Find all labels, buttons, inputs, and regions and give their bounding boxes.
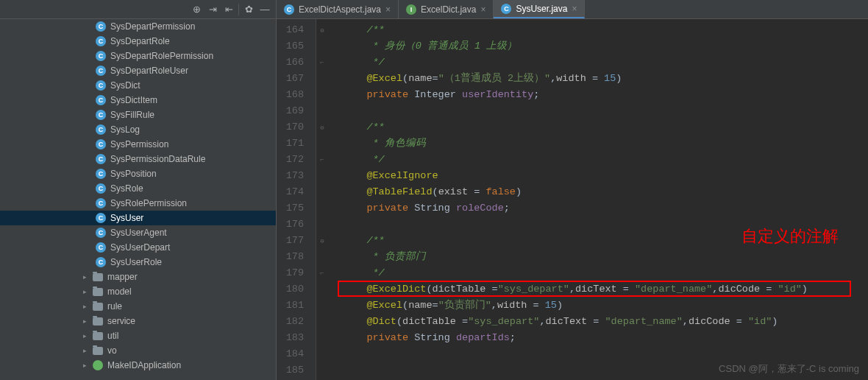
project-tree[interactable]: CSysDepartPermissionCSysDepartRoleCSysDe…	[0, 19, 277, 380]
code-line[interactable]: /**	[343, 233, 868, 249]
folder-icon	[93, 273, 103, 281]
code-line[interactable]: */	[343, 54, 868, 71]
tree-item-model[interactable]: ▸model	[0, 284, 276, 299]
fold-mark[interactable]: ⌐	[316, 54, 328, 71]
line-number: 170	[277, 119, 316, 136]
hide-icon[interactable]: —	[258, 3, 271, 16]
class-icon: C	[96, 183, 106, 194]
code-editor[interactable]: 1641651661671681691701711721731741751761…	[277, 19, 868, 380]
tree-item-SysPermission[interactable]: CSysPermission	[0, 137, 276, 152]
tree-item-label: SysDepartRoleUser	[110, 66, 188, 76]
tree-item-SysDepartRoleUser[interactable]: CSysDepartRoleUser	[0, 63, 276, 78]
code-line[interactable]: * 负责部门	[343, 249, 868, 265]
code-line[interactable]: /**	[343, 22, 868, 38]
line-number: 174	[277, 184, 316, 200]
fold-mark	[316, 281, 328, 298]
fold-mark	[316, 200, 328, 217]
tree-item-SysPermissionDataRule[interactable]: CSysPermissionDataRule	[0, 152, 276, 166]
tree-item-SysDepartRolePermission[interactable]: CSysDepartRolePermission	[0, 49, 276, 63]
folder-icon	[93, 303, 103, 311]
line-number: 184	[277, 346, 316, 362]
tree-item-label: service	[107, 316, 135, 326]
tree-item-SysFillRule[interactable]: CSysFillRule	[0, 108, 276, 122]
close-icon[interactable]: ×	[480, 4, 485, 15]
expand-all-icon[interactable]: ⇥	[206, 3, 219, 16]
tree-item-util[interactable]: ▸util	[0, 328, 276, 343]
fold-mark	[316, 362, 328, 379]
code-line[interactable]: @Dict(dictTable ="sys_depart",dicText = …	[343, 314, 868, 330]
close-icon[interactable]: ×	[385, 4, 391, 15]
class-icon: C	[96, 110, 106, 120]
chevron-right-icon[interactable]: ▸	[81, 317, 88, 325]
fold-column[interactable]: ⊖⌐⊖⌐⊖⌐	[316, 19, 328, 380]
code-line[interactable]: */	[343, 152, 868, 168]
fold-mark[interactable]: ⊖	[316, 22, 328, 38]
tree-item-SysRole[interactable]: CSysRole	[0, 181, 276, 196]
chevron-right-icon[interactable]: ▸	[81, 288, 88, 295]
line-number: 183	[277, 330, 316, 346]
tree-item-label: SysDepartRole	[110, 36, 170, 46]
tree-item-service[interactable]: ▸service	[0, 314, 276, 328]
tree-item-SysUser[interactable]: CSysUser	[0, 211, 276, 225]
tree-item-label: SysDict	[110, 80, 140, 91]
line-number: 172	[277, 152, 316, 168]
tree-item-vo[interactable]: ▸vo	[0, 343, 276, 358]
fold-mark	[316, 87, 328, 103]
fold-mark	[316, 103, 328, 119]
code-line[interactable]: * 身份（0 普通成员 1 上级）	[343, 38, 868, 54]
code-line[interactable]	[343, 217, 868, 233]
tree-item-SysDepartPermission[interactable]: CSysDepartPermission	[0, 19, 276, 34]
tree-item-MakeIDApplication[interactable]: ▸MakeIDApplication	[0, 358, 276, 373]
class-icon: C	[96, 257, 106, 267]
tree-item-label: vo	[107, 345, 117, 356]
target-icon[interactable]: ⊕	[190, 3, 203, 16]
code-line[interactable]: @ExcelIgnore	[343, 168, 868, 184]
code-line[interactable]: @Excel(name="负责部门",width = 15)	[343, 298, 868, 314]
tree-item-label: SysDepartRolePermission	[110, 51, 213, 61]
tree-item-mapper[interactable]: ▸mapper	[0, 270, 276, 284]
close-icon[interactable]: ×	[572, 4, 577, 14]
fold-mark[interactable]: ⊖	[316, 233, 328, 249]
tab-ExcelDict-java[interactable]: IExcelDict.java×	[399, 0, 494, 18]
tree-item-label: SysRole	[110, 183, 143, 194]
line-number: 168	[277, 87, 316, 103]
gear-icon[interactable]: ✿	[242, 3, 255, 16]
tab-ExcelDictAspect-java[interactable]: CExcelDictAspect.java×	[277, 0, 399, 18]
tree-item-SysDepartRole[interactable]: CSysDepartRole	[0, 34, 276, 49]
fold-mark	[316, 298, 328, 314]
tree-item-SysUserDepart[interactable]: CSysUserDepart	[0, 240, 276, 255]
code-line[interactable]	[343, 362, 868, 379]
tree-item-SysRolePermission[interactable]: CSysRolePermission	[0, 196, 276, 211]
tree-item-SysUserRole[interactable]: CSysUserRole	[0, 255, 276, 270]
tree-item-SysUserAgent[interactable]: CSysUserAgent	[0, 225, 276, 240]
code-line[interactable]: /**	[343, 119, 868, 136]
collapse-all-icon[interactable]: ⇤	[222, 3, 235, 16]
fold-mark[interactable]: ⊖	[316, 119, 328, 136]
code-line[interactable]: private String roleCode;	[343, 200, 868, 217]
chevron-right-icon[interactable]: ▸	[81, 347, 88, 354]
code-line[interactable]: private Integer userIdentity;	[343, 87, 868, 103]
tree-item-SysLog[interactable]: CSysLog	[0, 122, 276, 137]
fold-mark[interactable]: ⌐	[316, 265, 328, 281]
code-area[interactable]: /** * 身份（0 普通成员 1 上级） */ @Excel(name="（1…	[328, 19, 868, 380]
tree-item-SysDictItem[interactable]: CSysDictItem	[0, 93, 276, 108]
code-line[interactable]: */	[343, 265, 868, 281]
fold-mark	[316, 249, 328, 265]
tab-SysUser-java[interactable]: CSysUser.java×	[494, 0, 585, 18]
fold-mark[interactable]: ⌐	[316, 152, 328, 168]
code-line[interactable]: * 角色编码	[343, 136, 868, 152]
tree-item-SysPosition[interactable]: CSysPosition	[0, 166, 276, 181]
chevron-right-icon[interactable]: ▸	[81, 362, 88, 369]
chevron-right-icon[interactable]: ▸	[81, 332, 88, 339]
tree-item-SysDict[interactable]: CSysDict	[0, 78, 276, 93]
chevron-right-icon[interactable]: ▸	[81, 273, 88, 281]
code-line[interactable]	[343, 346, 868, 362]
chevron-right-icon[interactable]: ▸	[81, 303, 88, 310]
code-line[interactable]: @Excel(name="（1普通成员 2上级）",width = 15)	[343, 71, 868, 87]
code-line[interactable]: @ExcelDict(dictTable ="sys_depart",dicTe…	[343, 281, 868, 298]
code-line[interactable]: @TableField(exist = false)	[343, 184, 868, 200]
tree-item-rule[interactable]: ▸rule	[0, 299, 276, 314]
line-number: 175	[277, 200, 316, 217]
code-line[interactable]	[343, 103, 868, 119]
code-line[interactable]: private String departIds;	[343, 330, 868, 346]
